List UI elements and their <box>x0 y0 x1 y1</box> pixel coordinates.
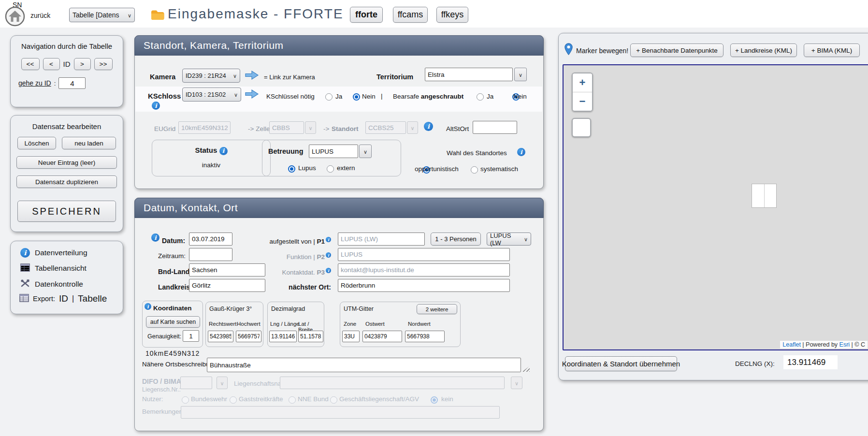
topbar: SN zurück Tabelle [Datens Eingabemaske -… <box>0 0 868 28</box>
benachbarte-datenpunkte-button[interactable]: + Benachbarte Datenpunkte <box>630 44 723 57</box>
leaflet-link[interactable]: Leaflet <box>782 341 801 348</box>
kschluessel-nein-radio[interactable] <box>353 93 360 101</box>
p1-select[interactable]: LUPUS (LW <box>487 233 531 246</box>
landkreise-kml-button[interactable]: + Landkreise (KML) <box>730 44 797 57</box>
betreuung-label: Betreuung <box>268 147 304 155</box>
back-link[interactable]: zurück <box>30 12 50 19</box>
ostwert-input[interactable] <box>362 331 402 342</box>
zelle-input <box>269 121 304 134</box>
hochwert-input[interactable] <box>236 331 261 342</box>
goto-id-input[interactable] <box>58 77 86 89</box>
reload-button[interactable]: neu laden <box>62 137 116 149</box>
export-separator: | <box>72 294 74 303</box>
koordinaten-uebernehmen-button[interactable]: Koordinaten & Standort übernehmen <box>565 356 677 371</box>
info-icon[interactable]: i <box>151 233 159 242</box>
kschloss-select[interactable]: ID103 : 21S02 <box>182 87 241 102</box>
declng-label: DECLNG (X): <box>735 360 775 367</box>
nutzer-geschaeft-radio <box>330 396 337 404</box>
first-record-button[interactable]: << <box>21 58 40 70</box>
weitere-button[interactable]: 2 weitere <box>417 304 457 314</box>
prev-record-button[interactable]: < <box>43 58 60 70</box>
liegenschaftsname-input <box>280 377 505 389</box>
zoom-out-button[interactable]: − <box>573 92 592 111</box>
chevron-down-icon <box>410 124 414 131</box>
table-select[interactable]: Tabelle [Datens <box>69 8 135 22</box>
kamera-label: Kamera <box>150 73 175 81</box>
datum-input[interactable] <box>189 233 232 246</box>
bearsafe-ja-radio[interactable] <box>477 93 484 101</box>
zeitraum-label: Zeitraum: <box>158 252 186 260</box>
lng-label: Lng / Länge <box>270 321 300 327</box>
personen-button[interactable]: 1 - 3 Personen <box>431 233 481 246</box>
export-id-link[interactable]: ID <box>59 293 68 304</box>
territorium-input[interactable] <box>425 68 513 81</box>
delete-button[interactable]: Löschen <box>17 137 56 149</box>
last-record-button[interactable]: >> <box>94 58 113 70</box>
genauigkeit-input[interactable] <box>183 330 199 342</box>
nordwert-label: Nordwert <box>408 321 431 327</box>
p1-input[interactable] <box>338 233 425 246</box>
betreuung-extern-radio[interactable] <box>327 165 334 173</box>
zeitraum-input[interactable] <box>189 248 232 261</box>
rechtswert-input[interactable] <box>208 331 233 342</box>
gauss-krueger-box: Gauß-Krüger 3° Rechtswert Hochwert <box>205 302 263 347</box>
map-layers-button[interactable] <box>572 118 591 137</box>
link-datenkontrolle[interactable]: Datenkontrolle <box>20 279 83 289</box>
app-tab-ffcams[interactable]: ffcams <box>393 7 428 23</box>
ort-input[interactable] <box>338 279 510 292</box>
map-canvas[interactable]: + − Leaflet | Powered by Esri | © C <box>563 64 868 350</box>
wahl-systematisch-radio[interactable] <box>471 166 478 174</box>
bima-kml-button[interactable]: + BIMA (KML) <box>804 44 860 57</box>
betreuung-input[interactable] <box>309 145 358 158</box>
save-button[interactable]: SPEICHERN <box>17 201 116 222</box>
kschloss-link-arrow-icon[interactable] <box>245 89 259 101</box>
esri-link[interactable]: Esri <box>839 341 850 348</box>
link-datenverteilung[interactable]: i Datenverteilung <box>20 248 87 258</box>
altstort-input[interactable] <box>473 121 517 134</box>
zone-input[interactable] <box>342 331 360 342</box>
territorium-dropdown-button[interactable] <box>514 68 527 81</box>
p1-label: aufgestellt von | P1i <box>234 237 331 245</box>
p2-input[interactable] <box>338 248 510 261</box>
karte-suchen-button[interactable]: auf Karte suchen <box>146 316 200 328</box>
home-icon[interactable] <box>5 6 25 28</box>
links-panel: i Datenverteilung Tabellenansicht Datenk… <box>10 241 123 314</box>
zoom-in-button[interactable]: + <box>573 73 592 92</box>
section-datum: Datum, Kontakt, Ort i Datum: aufgestellt… <box>134 198 544 431</box>
map-marker-pin-icon <box>564 43 573 57</box>
next-record-button[interactable]: > <box>74 58 91 70</box>
betreuung-lupus-radio[interactable] <box>288 165 295 173</box>
lat-input[interactable] <box>298 331 323 342</box>
betreuung-dropdown-button[interactable] <box>359 145 372 158</box>
chevron-down-icon <box>515 379 519 387</box>
p3-input[interactable] <box>338 263 510 276</box>
utm-box: UTM-Gitter 2 weitere Zone Ostwert Nordwe… <box>340 302 461 347</box>
status-value: inaktiv <box>152 161 270 169</box>
resize-handle[interactable] <box>522 366 530 372</box>
app-tab-fforte[interactable]: fforte <box>350 7 383 23</box>
duplicate-button[interactable]: Datensatz duplizieren <box>16 175 117 188</box>
nutzer-kein-radio <box>431 396 438 404</box>
table-icon <box>20 263 30 273</box>
link-tabellenansicht[interactable]: Tabellenansicht <box>20 263 87 273</box>
lng-input[interactable] <box>269 331 297 342</box>
app-tab-ffkeys[interactable]: ffkeys <box>436 7 468 23</box>
info-icon[interactable]: i <box>145 303 151 310</box>
chevron-down-icon <box>220 379 224 387</box>
nutzer-bundeswehr-radio <box>182 396 189 404</box>
goto-id-link[interactable]: gehe zu ID <box>18 79 51 87</box>
info-icon[interactable]: i <box>517 148 525 156</box>
info-icon[interactable]: i <box>219 147 228 155</box>
info-icon[interactable]: i <box>424 122 433 131</box>
ortsbeschreibung-input[interactable] <box>207 358 521 372</box>
camera-link-arrow-icon[interactable] <box>245 70 259 82</box>
kamera-select[interactable]: ID239 : 21R24 <box>182 69 240 83</box>
info-icon[interactable]: i <box>152 102 160 110</box>
nordwert-input[interactable] <box>405 331 445 342</box>
kschluessel-ja-radio[interactable] <box>325 93 333 101</box>
map-zoom-control: + − <box>572 73 593 112</box>
export-table-link[interactable]: Tabelle <box>78 293 107 304</box>
section-standort: Standort, Kamera, Territorium Kamera ID2… <box>134 35 544 189</box>
app: SN zurück Tabelle [Datens Eingabemaske -… <box>0 0 868 436</box>
new-entry-button[interactable]: Neuer Eintrag (leer) <box>16 156 117 169</box>
